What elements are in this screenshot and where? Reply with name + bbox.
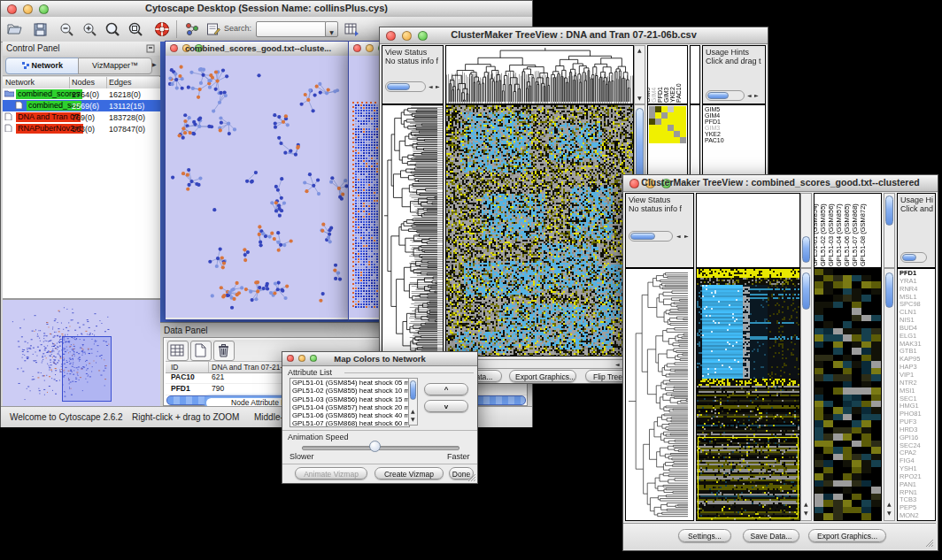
- zoom-in-button[interactable]: [79, 19, 100, 39]
- animation-speed-slider-thumb[interactable]: [369, 441, 381, 452]
- attribute-list-item[interactable]: GPL51-03 (GSM856) heat shock 15 min: [290, 395, 409, 403]
- heatmap-cell: [655, 106, 661, 112]
- network-overview-canvas[interactable]: [4, 301, 159, 406]
- tv1-status-scrollbar[interactable]: [385, 81, 426, 92]
- tv2-settings-button[interactable]: Settings...: [678, 529, 731, 542]
- network-window-titlebar[interactable]: combined_scores_good.txt--cluste...: [166, 42, 351, 57]
- heatmap-cell: [668, 131, 674, 137]
- scroll-left-icon[interactable]: ◄: [747, 93, 752, 98]
- tv2-global-heatmap[interactable]: [697, 269, 799, 520]
- tab-network[interactable]: Network: [5, 58, 80, 74]
- network-nodes-count: 2764(0): [72, 90, 99, 99]
- scroll-right-icon[interactable]: ►: [436, 84, 440, 89]
- tv1-gene-label[interactable]: GIM5: [703, 106, 765, 112]
- tv1-gene-label[interactable]: GIM4: [703, 112, 765, 119]
- scroll-left-icon[interactable]: ◄: [676, 234, 681, 239]
- tv2-column-label: GPL51-04 (GSM857): [835, 193, 843, 266]
- network-view-canvas[interactable]: [166, 56, 349, 318]
- tv1-row-dendrogram[interactable]: [382, 105, 443, 356]
- tv1-zoom-heatmap[interactable]: [649, 106, 686, 143]
- annotation-button[interactable]: [203, 19, 224, 39]
- network-tree-icon: [22, 62, 29, 69]
- save-session-button[interactable]: [29, 19, 50, 39]
- network-tree-row[interactable]: DNA and Tran 07769(0)183728(0): [3, 111, 160, 123]
- move-down-button[interactable]: v: [424, 400, 468, 412]
- tab-vizmapper-label: VizMapper™: [92, 61, 138, 70]
- network-tree-row[interactable]: combined_scores2764(0)16218(0): [3, 88, 160, 100]
- attribute-list-scrollbar[interactable]: ▲ ▼: [408, 378, 418, 426]
- network-tree-row[interactable]: combined_sco2569(6)13112(15): [3, 100, 160, 111]
- float-panel-icon[interactable]: [146, 44, 155, 53]
- zoom-out-button[interactable]: [56, 19, 77, 39]
- datapanel-col-id[interactable]: ID: [171, 363, 179, 372]
- search-input[interactable]: [256, 21, 327, 37]
- select-attributes-button[interactable]: [167, 341, 189, 361]
- tv2-save-data-button[interactable]: Save Data...: [743, 529, 799, 542]
- chevron-down-icon: ▼: [329, 29, 334, 35]
- animate-vizmap-button[interactable]: Animate Vizmap: [295, 467, 367, 479]
- tv2-top-scrollbar2[interactable]: [884, 193, 895, 268]
- zoom-in-icon: [82, 22, 97, 37]
- treeview2-titlebar[interactable]: ClusterMaker TreeView : combined_scores_…: [623, 175, 938, 192]
- attribute-list-item[interactable]: GPL51-07 (GSM868) heat shock 60 min: [290, 419, 409, 427]
- tv2-vscrollbar2[interactable]: ▲ ▼: [884, 268, 895, 521]
- tv1-gene-label[interactable]: PFD1: [703, 119, 765, 125]
- attribute-list-item[interactable]: GPL51-06 (GSM865) heat shock 40 min: [290, 411, 409, 419]
- attribute-listbox[interactable]: GPL51-01 (GSM854) heat shock 05 minGPL51…: [290, 378, 410, 427]
- slower-label: Slower: [290, 452, 314, 461]
- vizmap-button[interactable]: [181, 19, 203, 39]
- close-button[interactable]: [353, 44, 361, 52]
- col-edges[interactable]: Edges: [109, 78, 132, 87]
- resize-grip-icon[interactable]: [467, 473, 476, 482]
- tab-overflow-button[interactable]: ▶: [152, 62, 157, 67]
- network-tree-row[interactable]: RNAPuberNov2+!563(0)107847(0): [3, 123, 160, 134]
- move-up-button[interactable]: ^: [424, 383, 468, 395]
- tv1-export-graphics-button[interactable]: Export Graphics...: [509, 370, 576, 382]
- help-button[interactable]: [151, 19, 173, 39]
- tv1-gene-label[interactable]: GIM3: [703, 125, 765, 131]
- import-table-button[interactable]: [341, 19, 362, 39]
- tv1-gene-label[interactable]: YKE2: [703, 131, 765, 137]
- search-dropdown-button[interactable]: ▼: [325, 21, 338, 37]
- attribute-list-item[interactable]: GPL51-02 (GSM855) heat shock 10 min: [290, 387, 409, 395]
- col-nodes[interactable]: Nodes: [72, 78, 95, 87]
- animation-speed-slider-track[interactable]: [302, 446, 459, 450]
- treeview1-title: ClusterMaker TreeView : DNA and Tran 07-…: [380, 29, 768, 40]
- zoom-selected-button[interactable]: [102, 19, 123, 39]
- treeview1-titlebar[interactable]: ClusterMaker TreeView : DNA and Tran 07-…: [380, 27, 768, 44]
- toolbar-separator: [176, 20, 177, 38]
- scroll-right-icon[interactable]: ►: [754, 93, 759, 98]
- tv2-column-label: GPL51-06 (GSM865): [843, 193, 851, 266]
- col-network[interactable]: Network: [5, 78, 35, 87]
- tv1-top-scroll-strip[interactable]: ▲ ▼: [634, 45, 645, 104]
- attribute-list-item[interactable]: GPL51-04 (GSM857) heat shock 20 min: [290, 403, 409, 411]
- tv2-export-graphics-button[interactable]: Export Graphics...: [808, 529, 886, 542]
- create-vizmap-button[interactable]: Create Vizmap: [374, 467, 444, 479]
- scroll-left-icon[interactable]: ◄: [429, 84, 433, 89]
- network-window-title: combined_scores_good.txt--cluste...: [166, 43, 351, 53]
- tv1-global-heatmap[interactable]: [446, 105, 633, 356]
- tv2-hints-scrollbar[interactable]: [900, 252, 927, 263]
- open-folder-icon: [7, 23, 23, 35]
- attribute-list-item[interactable]: GPL51-01 (GSM854) heat shock 05 min: [290, 379, 409, 387]
- tv2-status-scrollbar[interactable]: [629, 231, 673, 242]
- tv2-vscrollbar[interactable]: ▲ ▼: [800, 268, 812, 521]
- minimize-button[interactable]: [366, 44, 374, 52]
- tv2-row-dendrogram[interactable]: [626, 269, 693, 520]
- open-file-button[interactable]: [4, 19, 26, 39]
- tv1-hints-scrollbar[interactable]: [706, 90, 745, 101]
- control-panel-title: Control Panel: [6, 43, 60, 53]
- tv2-gene-label[interactable]: MON2: [898, 512, 935, 520]
- zoom-fit-button[interactable]: [125, 19, 146, 39]
- main-titlebar[interactable]: Cytoscape Desktop (Session Name: collins…: [1, 1, 532, 18]
- tv1-column-dendrogram[interactable]: [446, 46, 633, 104]
- dialog-titlebar[interactable]: Map Colors to Network: [282, 352, 477, 366]
- tv2-zoom-heatmap[interactable]: [815, 269, 881, 520]
- tv2-top-scrollbar[interactable]: [800, 193, 812, 268]
- resize-grip-icon[interactable]: [924, 538, 934, 548]
- new-attribute-button[interactable]: [190, 341, 212, 361]
- delete-attribute-button[interactable]: [213, 341, 235, 361]
- tab-vizmapper[interactable]: VizMapper™: [78, 58, 152, 74]
- scroll-right-icon[interactable]: ►: [684, 234, 689, 239]
- tv1-gene-label[interactable]: PAC10: [703, 137, 765, 143]
